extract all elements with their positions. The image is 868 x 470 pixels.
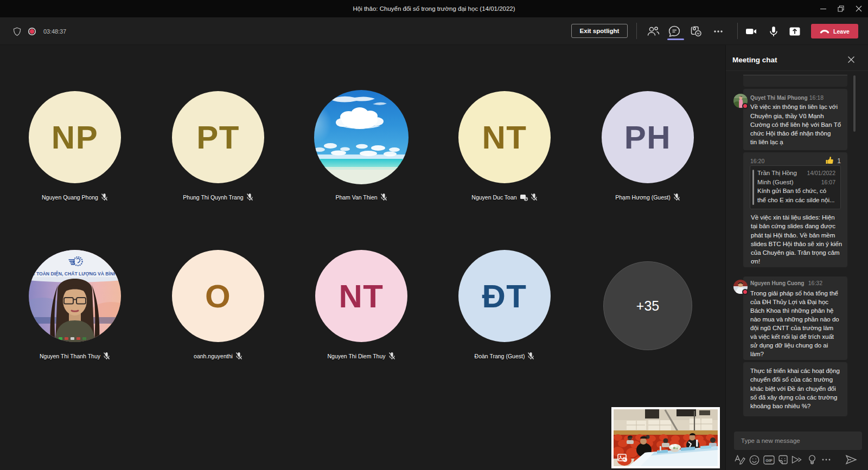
svg-text:GIF: GIF bbox=[765, 458, 773, 463]
svg-text:ỤC TOÀN DIỆN, CHẤT LƯỢNG VÀ BÌ: ỤC TOÀN DIỆN, CHẤT LƯỢNG VÀ BÌNH N bbox=[29, 271, 121, 276]
